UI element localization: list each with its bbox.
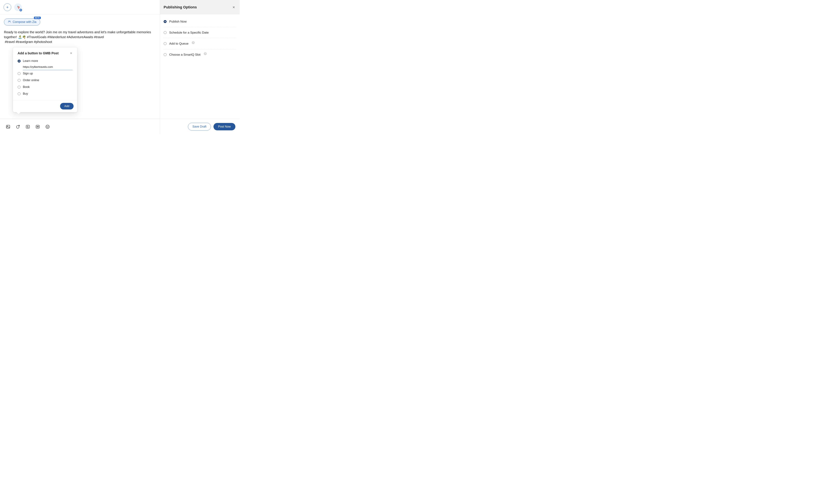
popover-title: Add a button to GMB Post (18, 51, 58, 55)
compose-with-zia-button[interactable]: Compose with Zia (4, 18, 40, 25)
save-draft-button[interactable]: Save Draft (188, 123, 211, 131)
option-label: Book (23, 85, 30, 89)
gmb-option-buy[interactable]: Buy (18, 91, 72, 97)
publishing-close-button[interactable] (231, 5, 236, 10)
publish-option-schedule[interactable]: Schedule for a Specific Date (164, 27, 236, 38)
option-label: Sign up (23, 72, 33, 75)
help-icon[interactable]: ? (204, 52, 207, 55)
svg-point-16 (47, 126, 47, 126)
svg-line-11 (37, 126, 37, 127)
share-out-icon (16, 125, 20, 129)
image-icon (6, 125, 10, 129)
svg-rect-6 (6, 125, 10, 128)
svg-point-17 (48, 126, 48, 126)
option-label: Publish Now (169, 20, 187, 23)
publishing-panel: Publishing Options Publish Now Schedule … (160, 0, 240, 134)
plus-icon (6, 6, 9, 9)
add-channel-button[interactable] (4, 3, 11, 11)
radio-icon (18, 72, 21, 75)
gmb-option-learn-more[interactable]: Learn more (18, 57, 72, 64)
option-label: Buy (23, 92, 28, 96)
option-label: Schedule for a Specific Date (169, 31, 209, 34)
gmb-option-order-online[interactable]: Order online (18, 77, 72, 83)
zia-label: Compose with Zia (13, 20, 36, 24)
option-label: Learn more (23, 59, 38, 63)
post-now-button[interactable]: Post Now (213, 123, 235, 130)
radio-icon (164, 53, 167, 56)
post-text[interactable]: Ready to explore the world? Join me on m… (4, 30, 156, 44)
option-label: Choose a SmartQ Slot (169, 53, 200, 56)
emoji-button[interactable] (45, 124, 50, 129)
radio-icon (18, 59, 21, 62)
gmb-cta-button[interactable] (25, 124, 30, 129)
svg-point-15 (46, 125, 49, 128)
close-icon (69, 52, 72, 55)
radio-icon (164, 42, 167, 45)
media-button[interactable] (6, 124, 11, 129)
close-icon (232, 6, 235, 9)
gmb-option-sign-up[interactable]: Sign up (18, 70, 72, 77)
map-pin-icon (16, 5, 20, 9)
svg-rect-10 (36, 125, 39, 128)
radio-icon (18, 79, 21, 82)
hashtag-icon (35, 125, 40, 129)
radio-icon (164, 20, 167, 23)
radio-icon (18, 86, 21, 89)
gmb-add-button[interactable]: Add (60, 103, 73, 110)
publish-option-queue[interactable]: Add to Queue ? (164, 38, 236, 49)
radio-icon (164, 31, 167, 34)
help-icon[interactable]: ? (192, 41, 195, 44)
gmb-url-input[interactable] (23, 64, 72, 70)
channel-bar: G (0, 0, 160, 14)
gmb-icon (25, 125, 30, 129)
google-badge-icon: G (19, 8, 22, 12)
publish-option-smartq[interactable]: Choose a SmartQ Slot ? (164, 49, 236, 60)
channel-gmb[interactable]: G (14, 3, 22, 11)
link-button[interactable] (15, 124, 20, 129)
footer-actions: Save Draft Post Now (160, 119, 240, 134)
gmb-button-popover: Add a button to GMB Post Learn more Sign… (13, 47, 77, 112)
compose-toolbar (0, 119, 160, 134)
svg-point-7 (7, 126, 8, 126)
option-label: Add to Queue (169, 42, 188, 45)
publish-option-now[interactable]: Publish Now (164, 16, 236, 27)
compose-panel: G Compose with Zia BETA Ready to explore… (0, 0, 160, 134)
beta-badge: BETA (34, 17, 41, 19)
zia-icon (8, 20, 11, 24)
svg-point-3 (18, 7, 19, 7)
option-label: Order online (23, 78, 39, 82)
compose-area: Compose with Zia BETA Ready to explore t… (0, 14, 160, 48)
publishing-title: Publishing Options (164, 5, 197, 9)
popover-close-button[interactable] (69, 51, 73, 55)
hashtag-button[interactable] (35, 124, 40, 129)
radio-icon (18, 92, 21, 95)
gmb-option-book[interactable]: Book (18, 83, 72, 91)
smile-icon (45, 125, 50, 129)
